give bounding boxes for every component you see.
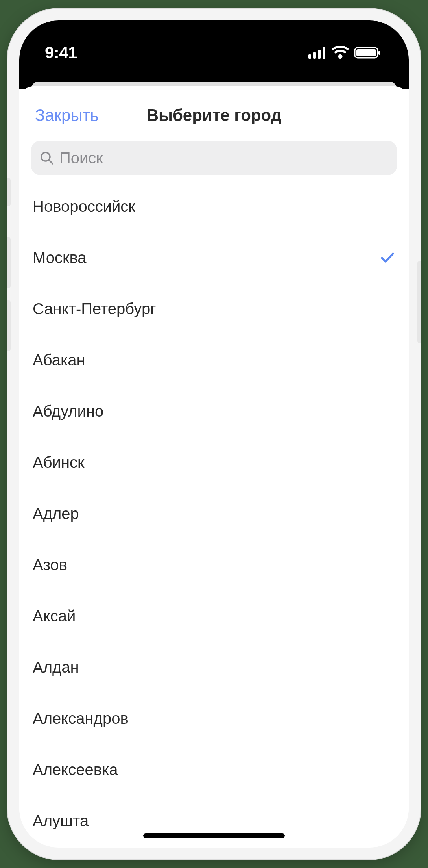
search-input[interactable] [59,149,388,167]
city-row[interactable]: Азов [33,539,395,590]
city-row[interactable]: Абакан [33,334,395,386]
city-name: Аксай [33,607,76,625]
svg-rect-1 [313,52,316,59]
city-row[interactable]: Санкт-Петербург [33,283,395,334]
page-title: Выберите город [147,106,282,125]
cellular-icon [308,47,326,59]
city-list[interactable]: НовороссийскМоскваСанкт-ПетербургАбаканА… [19,181,409,846]
svg-rect-5 [356,49,376,56]
nav-bar: Закрыть Выберите город [19,86,409,141]
city-name: Москва [33,249,87,267]
city-row[interactable]: Адлер [33,488,395,539]
checkmark-icon [380,250,395,265]
city-picker-sheet: Закрыть Выберите город НовороссийскМоскв… [19,86,409,846]
device-power-button [417,261,421,343]
device-volume-down-button [7,300,11,351]
city-name: Адлер [33,505,79,523]
city-name: Алдан [33,658,79,676]
city-name: Азов [33,556,67,574]
city-name: Алушта [33,812,89,830]
city-name: Новороссийск [33,198,135,215]
city-name: Абдулино [33,402,103,420]
home-indicator[interactable] [143,833,285,838]
city-row[interactable]: Аксай [33,590,395,642]
city-row[interactable]: Москва [33,232,395,283]
city-name: Алексеевка [33,761,118,779]
wifi-icon [332,46,349,59]
city-row[interactable]: Алексеевка [33,744,395,795]
device-screen: 9:41 [19,20,409,848]
city-row[interactable]: Алдан [33,642,395,693]
city-row[interactable]: Алушта [33,795,395,846]
search-container [19,141,409,181]
city-row[interactable]: Абдулино [33,386,395,437]
city-name: Абакан [33,351,85,369]
svg-point-7 [41,152,50,161]
device-volume-up-button [7,237,11,288]
device-side-button [7,178,11,206]
city-name: Александров [33,710,129,727]
status-time: 9:41 [45,43,77,62]
close-button[interactable]: Закрыть [35,106,99,125]
device-frame: 9:41 [7,9,421,859]
city-row[interactable]: Александров [33,693,395,744]
city-name: Санкт-Петербург [33,300,156,318]
city-row[interactable]: Новороссийск [33,181,395,232]
search-field[interactable] [31,141,397,175]
svg-rect-0 [308,54,311,59]
svg-rect-2 [318,50,321,59]
svg-rect-3 [323,47,325,59]
svg-rect-6 [378,51,380,55]
city-name: Абинск [33,454,85,471]
battery-icon [354,46,381,59]
svg-line-8 [49,160,53,164]
city-row[interactable]: Абинск [33,437,395,488]
search-icon [40,151,54,165]
status-bar: 9:41 [19,20,409,89]
